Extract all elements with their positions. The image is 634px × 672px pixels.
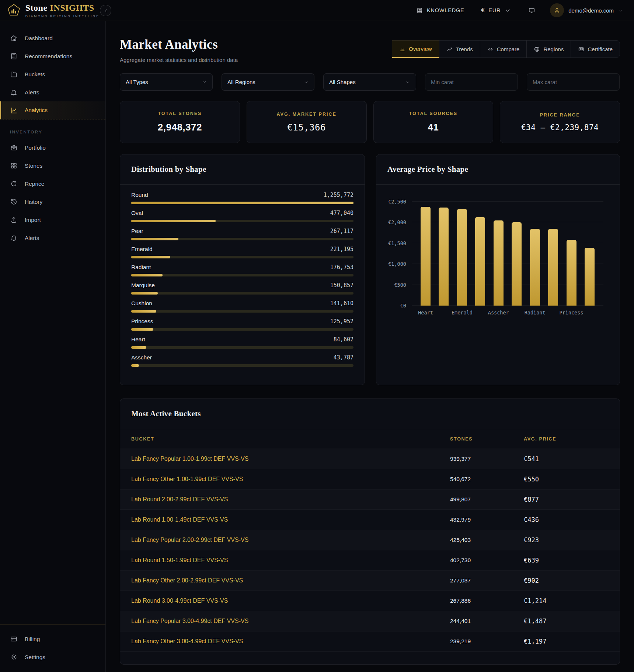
stat-label: TOTAL SOURCES [409, 111, 458, 116]
sidebar-inventory-item-1[interactable]: Stones [0, 157, 105, 175]
sidebar-item-1[interactable]: Recommendations [0, 47, 105, 65]
table-row-6[interactable]: Lab Fancy Other 2.00-2.99ct DEF VVS-VS 2… [120, 571, 620, 591]
display-mode-button[interactable] [526, 7, 537, 14]
type-filter-select[interactable]: All Types [120, 73, 213, 91]
chevron-down-icon [504, 7, 511, 14]
sidebar-inventory-item-3[interactable]: History [0, 193, 105, 211]
app-header: StoneINSIGHTS DIAMOND PRICING INTELLIGE … [0, 0, 634, 21]
sidebar-section-inventory: INVENTORY [0, 119, 105, 139]
bucket-link[interactable]: Lab Fancy Popular 1.00-1.99ct DEF VVS-VS [131, 456, 450, 462]
bucket-link[interactable]: Lab Round 3.00-4.99ct DEF VVS-VS [131, 598, 450, 604]
sidebar-item-label: Billing [25, 636, 40, 643]
currency-selector[interactable]: € EUR [479, 7, 514, 14]
table-row-2[interactable]: Lab Round 2.00-2.99ct DEF VVS-VS 499,807… [120, 490, 620, 510]
tab-2[interactable]: Compare [480, 40, 527, 58]
sidebar-item-label: History [25, 199, 42, 205]
table-row-3[interactable]: Lab Round 1.00-1.49ct DEF VVS-VS 432,979… [120, 510, 620, 530]
x-axis-tick-label: Heart [418, 310, 433, 316]
distribution-row-7: Princess 125,952 [131, 313, 353, 331]
buckets-panel: Most Active Buckets BUCKET STONES AVG. P… [120, 398, 620, 665]
sidebar-item-label: Recommendations [25, 53, 72, 60]
bucket-stones: 244,401 [450, 618, 524, 624]
knowledge-label: KNOWLEDGE [427, 7, 464, 13]
bucket-link[interactable]: Lab Round 1.50-1.99ct DEF VVS-VS [131, 557, 450, 564]
stat-card-0: TOTAL STONES 2,948,372 [120, 101, 240, 143]
shape-filter-select[interactable]: All Shapes [323, 73, 416, 91]
tab-4[interactable]: Certificate [571, 40, 620, 58]
sidebar-item-icon [10, 234, 18, 242]
sidebar-item-label: Reprice [25, 181, 44, 187]
sidebar-inventory-item-4[interactable]: Import [0, 211, 105, 229]
view-tabs: Overview Trends Compare Regions [392, 40, 620, 58]
shape-count: 176,753 [330, 264, 353, 271]
sidebar-item-3[interactable]: Alerts [0, 83, 105, 101]
shape-label: Pear [131, 228, 143, 234]
sidebar-footer-item-1[interactable]: Settings [0, 648, 105, 666]
tab-label: Overview [409, 46, 432, 52]
bucket-stones: 939,377 [450, 456, 524, 462]
bucket-link[interactable]: Lab Round 2.00-2.99ct DEF VVS-VS [131, 496, 450, 503]
sidebar-item-2[interactable]: Buckets [0, 65, 105, 83]
sidebar-item-0[interactable]: Dashboard [0, 29, 105, 47]
sidebar-collapse-button[interactable] [100, 5, 111, 16]
max-carat-input[interactable] [527, 73, 620, 91]
distribution-bar-track [131, 328, 353, 331]
bucket-price: €1,197 [524, 638, 609, 645]
sidebar-item-label: Settings [25, 654, 45, 661]
min-carat-input[interactable] [425, 73, 518, 91]
table-row-0[interactable]: Lab Fancy Popular 1.00-1.99ct DEF VVS-VS… [120, 449, 620, 469]
shape-count: 477,040 [330, 210, 353, 216]
bucket-link[interactable]: Lab Fancy Other 2.00-2.99ct DEF VVS-VS [131, 577, 450, 584]
bucket-link[interactable]: Lab Fancy Popular 2.00-2.99ct DEF VVS-VS [131, 537, 450, 543]
knowledge-button[interactable]: KNOWLEDGE [414, 7, 466, 14]
sidebar-footer: Billing Settings [0, 624, 105, 672]
bucket-stones: 432,979 [450, 516, 524, 523]
tab-3[interactable]: Regions [527, 40, 571, 58]
sidebar-inventory-nav: Portfolio Stones Reprice History Import [0, 139, 105, 247]
user-menu[interactable]: demo@demo.com [550, 3, 623, 17]
sidebar-item-label: Import [25, 217, 41, 223]
bucket-link[interactable]: Lab Fancy Other 1.00-1.99ct DEF VVS-VS [131, 476, 450, 483]
sidebar-main-nav: Dashboard Recommendations Buckets Alerts… [0, 29, 105, 119]
sidebar-item-4[interactable]: Analytics [0, 101, 105, 119]
table-row-8[interactable]: Lab Fancy Popular 3.00-4.99ct DEF VVS-VS… [120, 611, 620, 631]
column-header-stones: STONES [450, 436, 524, 442]
price-chart-panel: Average Price by Shape €0€500€1,000€1,50… [376, 154, 620, 385]
table-row-1[interactable]: Lab Fancy Other 1.00-1.99ct DEF VVS-VS 5… [120, 469, 620, 490]
sidebar-footer-item-0[interactable]: Billing [0, 630, 105, 648]
bucket-link[interactable]: Lab Round 1.00-1.49ct DEF VVS-VS [131, 516, 450, 523]
sidebar-item-icon [10, 88, 18, 96]
distribution-row-4: Radiant 176,753 [131, 258, 353, 276]
sidebar-inventory-item-2[interactable]: Reprice [0, 175, 105, 193]
distribution-title: Distribution by Shape [131, 165, 206, 174]
sidebar-item-label: Buckets [25, 71, 45, 78]
stat-cards: TOTAL STONES 2,948,372 AVG. MARKET PRICE… [120, 101, 620, 143]
region-filter-select[interactable]: All Regions [222, 73, 314, 91]
bucket-link[interactable]: Lab Fancy Popular 3.00-4.99ct DEF VVS-VS [131, 618, 450, 624]
table-row-7[interactable]: Lab Round 3.00-4.99ct DEF VVS-VS 267,886… [120, 591, 620, 611]
tab-label: Trends [456, 46, 473, 52]
sidebar-inventory-item-0[interactable]: Portfolio [0, 139, 105, 157]
shape-label: Heart [131, 336, 145, 343]
sidebar-item-label: Analytics [25, 107, 48, 114]
distribution-row-0: Round 1,255,772 [131, 186, 353, 204]
table-row-5[interactable]: Lab Round 1.50-1.99ct DEF VVS-VS 402,730… [120, 550, 620, 571]
chevron-down-icon [202, 80, 207, 84]
stat-label: PRICE RANGE [540, 112, 580, 118]
bucket-price: €923 [524, 536, 609, 544]
stat-value: 2,948,372 [158, 122, 202, 133]
distribution-bar-fill [131, 220, 216, 222]
brand-name: StoneINSIGHTS [25, 3, 100, 13]
shape-count: 267,117 [330, 228, 353, 234]
shape-count: 84,602 [334, 336, 353, 343]
sidebar-inventory-item-5[interactable]: Alerts [0, 229, 105, 247]
distribution-bar-track [131, 310, 353, 313]
tab-0[interactable]: Overview [392, 40, 439, 58]
table-row-9[interactable]: Lab Fancy Other 3.00-4.99ct DEF VVS-VS 2… [120, 631, 620, 652]
bucket-price: €902 [524, 577, 609, 584]
distribution-bar-fill [131, 346, 146, 349]
bucket-link[interactable]: Lab Fancy Other 3.00-4.99ct DEF VVS-VS [131, 638, 450, 645]
table-row-4[interactable]: Lab Fancy Popular 2.00-2.99ct DEF VVS-VS… [120, 530, 620, 550]
price-bar-2 [457, 209, 467, 306]
tab-1[interactable]: Trends [439, 40, 480, 58]
